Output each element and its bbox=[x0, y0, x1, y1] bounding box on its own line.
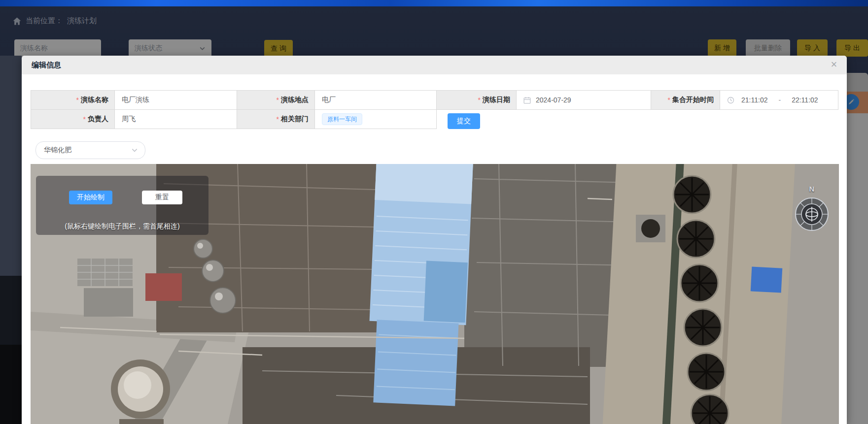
calendar-icon bbox=[523, 97, 531, 104]
edit-info-modal: 编辑信息 × * 演练名称 电厂演练 * 演练地点 电厂 * 演练日期 2024… bbox=[22, 56, 847, 424]
drill-date-label: * 演练日期 bbox=[437, 91, 517, 110]
compass-icon bbox=[795, 197, 829, 231]
modal-header bbox=[22, 56, 847, 74]
form-row-2: * 负责人 周飞 * 相关部门 原料一车间 bbox=[31, 110, 437, 129]
modal-title: 编辑信息 bbox=[32, 56, 61, 74]
reset-label: 重置 bbox=[155, 193, 169, 202]
time-start-value: 21:11:02 bbox=[741, 96, 767, 104]
required-mark: * bbox=[76, 96, 79, 104]
time-end-value: 22:11:02 bbox=[792, 96, 818, 104]
clock-icon bbox=[727, 97, 734, 104]
assembly-time-label: * 集合开始时间 bbox=[651, 91, 720, 110]
department-tag: 原料一车间 bbox=[322, 113, 362, 125]
required-mark: * bbox=[478, 96, 481, 104]
start-draw-button[interactable]: 开始绘制 bbox=[69, 191, 112, 204]
map-canvas[interactable]: 开始绘制 重置 (鼠标右键绘制电子围栏，需首尾相连) N bbox=[31, 164, 839, 424]
drill-location-label: * 演练地点 bbox=[237, 91, 315, 110]
submit-button-label: 提交 bbox=[457, 117, 471, 126]
draw-control-panel: 开始绘制 重置 (鼠标右键绘制电子围栏，需首尾相连) bbox=[36, 176, 208, 235]
reset-button[interactable]: 重置 bbox=[142, 191, 182, 204]
required-mark: * bbox=[277, 115, 279, 123]
start-draw-label: 开始绘制 bbox=[77, 193, 104, 202]
drill-date-picker[interactable]: 2024-07-29 bbox=[517, 91, 651, 110]
drill-name-input[interactable]: 电厂演练 bbox=[115, 91, 237, 110]
form-row-1: * 演练名称 电厂演练 * 演练地点 电厂 * 演练日期 2024-07-29 … bbox=[31, 90, 838, 110]
department-select[interactable]: 原料一车间 bbox=[315, 110, 437, 129]
drill-location-input[interactable]: 电厂 bbox=[315, 91, 437, 110]
leader-label: * 负责人 bbox=[31, 110, 115, 129]
department-label: * 相关部门 bbox=[237, 110, 315, 129]
assembly-time-range-picker[interactable]: 21:11:02 - 22:11:02 bbox=[720, 91, 838, 110]
submit-button[interactable]: 提交 bbox=[448, 113, 480, 129]
close-icon[interactable]: × bbox=[827, 58, 841, 71]
chevron-down-icon bbox=[131, 147, 138, 154]
company-select-value: 华锦化肥 bbox=[44, 146, 71, 155]
required-mark: * bbox=[83, 115, 86, 123]
leader-input[interactable]: 周飞 bbox=[115, 110, 237, 129]
required-mark: * bbox=[668, 96, 670, 104]
time-separator: - bbox=[778, 96, 781, 104]
compass-control[interactable] bbox=[795, 197, 829, 231]
required-mark: * bbox=[277, 96, 279, 104]
draw-hint-text: (鼠标右键绘制电子围栏，需首尾相连) bbox=[36, 222, 208, 231]
top-blue-strip bbox=[0, 0, 868, 6]
drill-name-label: * 演练名称 bbox=[31, 91, 115, 110]
company-select[interactable]: 华锦化肥 bbox=[35, 141, 145, 159]
compass-north-label: N bbox=[806, 185, 818, 193]
